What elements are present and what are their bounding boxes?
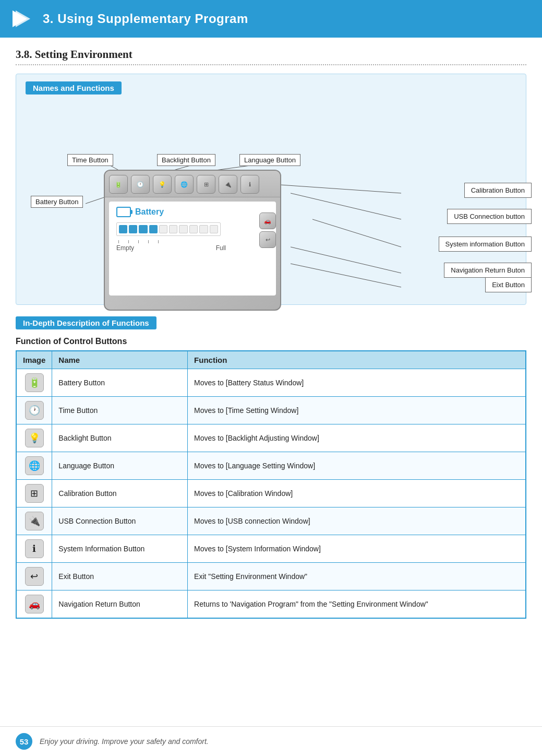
- battery-button-label: Battery Button: [31, 196, 83, 208]
- battery-bar: [116, 222, 221, 236]
- col-image: Image: [16, 351, 52, 369]
- time-button-label: Time Button: [67, 154, 113, 166]
- segment-4: [149, 225, 158, 233]
- table-name-cell: Language Button: [52, 452, 188, 480]
- toolbar-btn-info: ℹ: [240, 175, 259, 194]
- function-table: Image Name Function 🔋Battery ButtonMoves…: [16, 350, 526, 619]
- battery-ticks: [116, 240, 269, 243]
- table-function-cell: Moves to [System Information Window]: [188, 535, 526, 563]
- table-row: 🔌USB Connection ButtonMoves to [USB conn…: [16, 507, 526, 535]
- table-name-cell: Navigation Return Button: [52, 590, 188, 619]
- button-icon: 🔌: [25, 512, 44, 530]
- header-title: 3. Using Supplementary Program: [43, 11, 248, 26]
- indepth-section: In-Depth Description of Functions Functi…: [16, 316, 526, 619]
- table-icon-cell: ⊞: [16, 480, 52, 507]
- table-icon-cell: 🌐: [16, 452, 52, 480]
- table-name-cell: USB Connection Button: [52, 507, 188, 535]
- toolbar-btn-nav: 🚗: [259, 212, 276, 229]
- table-function-cell: Moves to [USB connection Window]: [188, 507, 526, 535]
- segment-5: [159, 225, 167, 233]
- segment-7: [179, 225, 187, 233]
- button-icon: ⊞: [25, 484, 44, 503]
- calibration-button-label: Calibration Button: [464, 183, 532, 198]
- names-label: Names and Functions: [26, 81, 122, 95]
- table-name-cell: System Information Button: [52, 535, 188, 563]
- table-icon-cell: ℹ: [16, 535, 52, 563]
- device-mockup: 🔋 🕐 💡 🌐 ⊞ 🔌 ℹ Battery: [104, 170, 281, 311]
- toolbar-btn-usb: 🔌: [219, 175, 237, 194]
- toolbar-btn-time: 🕐: [131, 175, 150, 194]
- table-function-cell: Moves to [Calibration Window]: [188, 480, 526, 507]
- segment-10: [210, 225, 218, 233]
- page-header: 3. Using Supplementary Program: [0, 0, 542, 38]
- names-section: Names and Functions: [16, 74, 526, 305]
- svg-line-10: [291, 264, 401, 287]
- table-row: ⊞Calibration ButtonMoves to [Calibration…: [16, 480, 526, 507]
- table-name-cell: Backlight Button: [52, 424, 188, 452]
- svg-line-9: [291, 247, 401, 273]
- toolbar-btn-battery: 🔋: [109, 175, 128, 194]
- device-screen: Battery: [109, 202, 276, 296]
- table-function-cell: Moves to [Backlight Adjusting Window]: [188, 424, 526, 452]
- table-icon-cell: 🔋: [16, 369, 52, 397]
- language-button-label: Language Button: [239, 154, 300, 166]
- table-function-cell: Moves to [Language Setting Window]: [188, 452, 526, 480]
- table-row: 🌐Language ButtonMoves to [Language Setti…: [16, 452, 526, 480]
- table-function-cell: Moves to [Battery Status Window]: [188, 369, 526, 397]
- table-name-cell: Time Button: [52, 397, 188, 424]
- button-icon: ↩: [25, 567, 44, 586]
- segment-8: [189, 225, 198, 233]
- dotted-divider: [16, 64, 526, 65]
- battery-screen-icon: [116, 207, 131, 217]
- table-row: 🕐Time ButtonMoves to [Time Setting Windo…: [16, 397, 526, 424]
- svg-line-7: [291, 193, 401, 219]
- button-icon: 🌐: [25, 456, 44, 475]
- battery-screen-title: Battery: [116, 207, 269, 217]
- segment-2: [129, 225, 137, 233]
- toolbar-btn-lang: 🌐: [175, 175, 194, 194]
- tick-2: [128, 240, 129, 243]
- table-row: 🚗Navigation Return ButtonReturns to 'Nav…: [16, 590, 526, 619]
- toolbar-btn-exit: ↩: [259, 231, 276, 248]
- button-icon: 💡: [25, 429, 44, 447]
- tick-3: [138, 240, 139, 243]
- navigation-return-button-label: Navigation Return Buton: [444, 263, 532, 278]
- page-footer: 53 Enjoy your driving. Improve your safe…: [0, 726, 542, 756]
- indepth-label: In-Depth Description of Functions: [16, 316, 156, 329]
- table-function-cell: Moves to [Time Setting Window]: [188, 397, 526, 424]
- table-row: ↩Exit ButtonExit "Setting Environment Wi…: [16, 563, 526, 590]
- svg-line-8: [312, 219, 401, 247]
- toolbar-btn-light: 💡: [153, 175, 172, 194]
- tick-4: [148, 240, 149, 243]
- system-information-button-label: System information Button: [439, 237, 532, 252]
- segment-6: [169, 225, 177, 233]
- table-icon-cell: 🚗: [16, 590, 52, 619]
- table-icon-cell: 💡: [16, 424, 52, 452]
- section-heading: 3.8. Setting Environment: [16, 48, 526, 61]
- function-of-label: Function of Control Buttons: [16, 337, 526, 346]
- table-row: 🔋Battery ButtonMoves to [Battery Status …: [16, 369, 526, 397]
- header-arrow-icon: [10, 6, 35, 31]
- diagram-wrapper: Time Button Backlight Button Language Bu…: [26, 102, 537, 295]
- segment-3: [139, 225, 147, 233]
- table-name-cell: Battery Button: [52, 369, 188, 397]
- device-toolbar: 🔋 🕐 💡 🌐 ⊞ 🔌 ℹ: [105, 171, 280, 197]
- button-icon: 🚗: [25, 595, 44, 613]
- tick-1: [118, 240, 119, 243]
- table-icon-cell: 🔌: [16, 507, 52, 535]
- table-row: ℹSystem Information ButtonMoves to [Syst…: [16, 535, 526, 563]
- table-function-cell: Returns to 'Navigation Program" from the…: [188, 590, 526, 619]
- page-content: 3.8. Setting Environment Names and Funct…: [0, 38, 542, 634]
- table-icon-cell: 🕐: [16, 397, 52, 424]
- table-row: 💡Backlight ButtonMoves to [Backlight Adj…: [16, 424, 526, 452]
- exit-button-label: Eixt Button: [485, 277, 532, 292]
- footer-text: Enjoy your driving. Improve your safety …: [40, 737, 209, 746]
- page-number: 53: [16, 733, 32, 750]
- col-name: Name: [52, 351, 188, 369]
- backlight-button-label: Backlight Button: [157, 154, 215, 166]
- table-icon-cell: ↩: [16, 563, 52, 590]
- segment-9: [199, 225, 208, 233]
- col-function: Function: [188, 351, 526, 369]
- segment-1: [119, 225, 127, 233]
- battery-labels: Empty Full: [116, 244, 226, 252]
